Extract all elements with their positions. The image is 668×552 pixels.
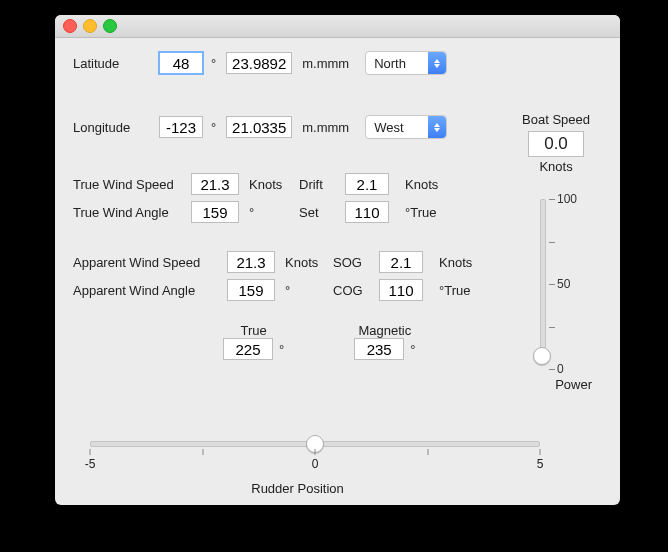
window-close-icon[interactable]: [63, 19, 77, 33]
power-slider[interactable]: 100 50 0: [535, 199, 575, 369]
power-tick-100: 100: [557, 192, 577, 206]
latitude-min-input[interactable]: [226, 52, 292, 74]
awa-unit: °: [285, 283, 327, 298]
drift-label: Drift: [299, 177, 339, 192]
heading-mag-label: Magnetic: [354, 323, 415, 338]
window-zoom-icon[interactable]: [103, 19, 117, 33]
power-slider-thumb[interactable]: [533, 347, 551, 365]
sog-input[interactable]: [379, 251, 423, 273]
power-tick-50: 50: [557, 277, 570, 291]
rudder-tick-minus5: -5: [85, 457, 96, 471]
rudder-tick-5: 5: [537, 457, 544, 471]
cog-input[interactable]: [379, 279, 423, 301]
chevron-updown-icon: [428, 116, 446, 138]
twa-input[interactable]: [191, 201, 239, 223]
heading-mag-input[interactable]: [354, 338, 404, 360]
aws-unit: Knots: [285, 255, 327, 270]
rudder-slider[interactable]: -5 0 5: [90, 441, 540, 473]
latitude-hemi-value: North: [374, 56, 406, 71]
boat-speed-unit: Knots: [522, 159, 590, 174]
longitude-deg-input[interactable]: [159, 116, 203, 138]
longitude-deg-symbol: °: [211, 120, 216, 135]
power-label: Power: [555, 377, 592, 392]
latitude-deg-symbol: °: [211, 56, 216, 71]
boat-speed-box: Boat Speed 0.0 Knots: [522, 112, 590, 174]
latitude-deg-input[interactable]: [159, 52, 203, 74]
latitude-label: Latitude: [73, 56, 153, 71]
awa-input[interactable]: [227, 279, 275, 301]
power-tick-0: 0: [557, 362, 564, 376]
latitude-min-unit: m.mmm: [302, 56, 349, 71]
latitude-hemi-select[interactable]: North: [365, 51, 447, 75]
set-unit: °True: [405, 205, 436, 220]
longitude-hemi-value: West: [374, 120, 403, 135]
twa-unit: °: [249, 205, 293, 220]
heading-true-label: True: [223, 323, 284, 338]
longitude-min-input[interactable]: [226, 116, 292, 138]
sog-unit: Knots: [439, 255, 472, 270]
heading-true-input[interactable]: [223, 338, 273, 360]
boat-speed-title: Boat Speed: [522, 112, 590, 127]
titlebar[interactable]: [55, 15, 620, 38]
rudder-caption: Rudder Position: [55, 481, 540, 496]
drift-input[interactable]: [345, 173, 389, 195]
app-window: Latitude ° m.mmm North Longitude ° m.mmm…: [55, 15, 620, 505]
sog-label: SOG: [333, 255, 373, 270]
heading-mag-unit: °: [410, 342, 415, 357]
tws-input[interactable]: [191, 173, 239, 195]
heading-true-unit: °: [279, 342, 284, 357]
rudder-tick-0: 0: [312, 457, 319, 471]
twa-label: True Wind Angle: [73, 205, 185, 220]
longitude-hemi-select[interactable]: West: [365, 115, 447, 139]
boat-speed-value: 0.0: [528, 131, 584, 157]
set-input[interactable]: [345, 201, 389, 223]
cog-unit: °True: [439, 283, 470, 298]
longitude-min-unit: m.mmm: [302, 120, 349, 135]
drift-unit: Knots: [405, 177, 438, 192]
cog-label: COG: [333, 283, 373, 298]
set-label: Set: [299, 205, 339, 220]
aws-label: Apparent Wind Speed: [73, 255, 221, 270]
chevron-updown-icon: [428, 52, 446, 74]
tws-unit: Knots: [249, 177, 293, 192]
tws-label: True Wind Speed: [73, 177, 185, 192]
aws-input[interactable]: [227, 251, 275, 273]
content-area: Latitude ° m.mmm North Longitude ° m.mmm…: [55, 37, 620, 505]
longitude-label: Longitude: [73, 120, 153, 135]
window-minimize-icon[interactable]: [83, 19, 97, 33]
awa-label: Apparent Wind Angle: [73, 283, 221, 298]
